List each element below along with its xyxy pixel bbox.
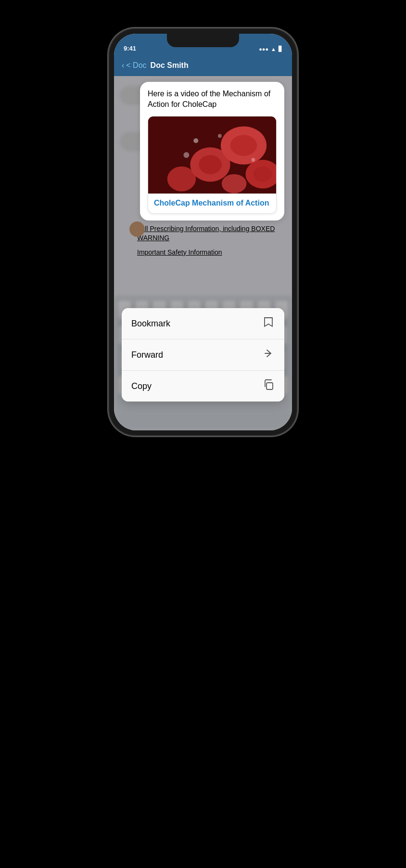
- phone-screen: 9:41 ●●● ▲ ▊ ‹ < Doc Doc Smith: [114, 34, 292, 430]
- chevron-left-icon: ‹: [122, 61, 124, 70]
- links-area: Full Prescribing Information, including …: [135, 224, 284, 258]
- svg-point-11: [183, 152, 189, 158]
- nav-bar: ‹ < Doc Doc Smith: [114, 55, 292, 76]
- chat-bubble: Here is a video of the Mechanism of Acti…: [140, 82, 284, 220]
- prescribing-info-link[interactable]: Full Prescribing Information, including …: [137, 224, 282, 243]
- svg-point-4: [199, 155, 222, 174]
- context-menu: Bookmark Forward: [122, 308, 284, 402]
- copy-label: Copy: [131, 381, 152, 391]
- bubble-text: Here is a video of the Mechanism of Acti…: [148, 89, 277, 110]
- forward-label: Forward: [131, 350, 163, 360]
- phone-wrapper: 9:41 ●●● ▲ ▊ ‹ < Doc Doc Smith: [0, 0, 406, 868]
- bookmark-icon: [262, 316, 275, 331]
- copy-icon: [262, 378, 275, 394]
- bookmark-menu-item[interactable]: Bookmark: [122, 308, 284, 339]
- forward-menu-item[interactable]: Forward: [122, 339, 284, 371]
- svg-point-8: [222, 174, 247, 193]
- video-thumbnail: [148, 117, 276, 194]
- battery-icon: ▊: [279, 46, 282, 52]
- svg-point-2: [230, 135, 257, 156]
- svg-point-6: [253, 167, 272, 182]
- nav-back-label: < Doc: [126, 61, 146, 70]
- message-context: Here is a video of the Mechanism of Acti…: [122, 82, 284, 262]
- copy-menu-item[interactable]: Copy: [122, 371, 284, 402]
- svg-point-12: [251, 158, 255, 162]
- phone-shell: 9:41 ●●● ▲ ▊ ‹ < Doc Doc Smith: [109, 29, 297, 435]
- nav-title: Doc Smith: [151, 61, 189, 70]
- svg-point-10: [218, 134, 222, 138]
- status-icons: ●●● ▲ ▊: [259, 46, 282, 52]
- context-menu-container: Bookmark Forward: [122, 308, 284, 402]
- wifi-icon: ▲: [271, 46, 276, 52]
- safety-info-link[interactable]: Important Safety Information: [137, 248, 282, 258]
- back-button[interactable]: ‹ < Doc: [122, 61, 147, 70]
- signal-icon: ●●●: [259, 46, 268, 52]
- video-title: CholeCap Mechanism of Action: [148, 194, 276, 213]
- svg-point-9: [193, 138, 198, 143]
- status-time: 9:41: [124, 45, 136, 52]
- notch: [167, 34, 239, 47]
- svg-rect-13: [266, 383, 273, 389]
- bookmark-label: Bookmark: [131, 319, 170, 329]
- svg-point-7: [167, 167, 196, 192]
- forward-icon: [262, 347, 275, 363]
- video-card[interactable]: CholeCap Mechanism of Action: [148, 116, 277, 214]
